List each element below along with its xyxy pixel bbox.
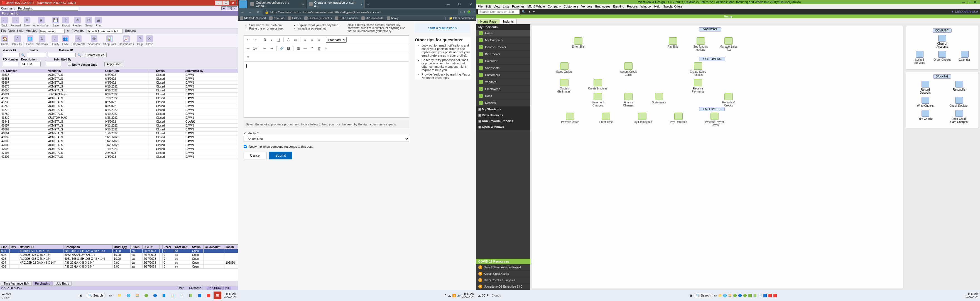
company-calendar[interactable]: Calendar [955,51,974,64]
nav-shopalerts[interactable]: ⚠ShopAlerts [72,35,85,46]
nav-shopstats[interactable]: 📊ShopStats [103,35,116,46]
table-row[interactable]: 46708ACMETALS7/20/2022ClosedDAWN [0,96,238,100]
ribbon-preview[interactable]: 👁Preview [73,17,83,27]
back-button[interactable]: ← [239,11,246,14]
table-row[interactable]: 47005ACMETALS11/22/2022ClosedDAWN [0,139,238,143]
table-row[interactable]: 46770ACMETALS8/15/2022ClosedDAWN [0,108,238,112]
table-row[interactable]: 46606ACMETALS6/26/2022ClosedDAWN [0,89,238,93]
tab-job-entry[interactable]: Job Entry [54,281,72,286]
task-chrome-icon[interactable]: 🔵 [151,291,159,299]
hr-icon[interactable]: — [302,45,308,51]
menu-customers[interactable]: Customers [563,5,578,8]
company-chart-of-accounts[interactable]: Chart of Accounts [932,35,952,48]
grid2-header[interactable]: Order Qty [113,245,130,249]
task-app-7[interactable]: 🟦 [196,291,204,299]
cancel-button[interactable]: Cancel [243,152,267,159]
flow-create-invoices[interactable]: Create Invoices [588,79,608,90]
flow-enter-bills[interactable]: Enter Bills [568,37,588,48]
minimize-button[interactable]: — [215,0,222,5]
underline-icon[interactable]: U [275,37,282,43]
task-jobboss-icon[interactable]: JB [213,291,221,299]
po-number-input[interactable] [3,62,18,66]
qb-search-input[interactable] [478,10,520,14]
flow-enter-time[interactable]: Enter Time [597,113,616,123]
table-row[interactable]: 002AL06SH .125 X 48 X 1445052-H32 ALUM S… [0,253,238,257]
edge-close[interactable]: ✕ [465,0,476,8]
menu-view[interactable]: View [494,5,500,8]
bullet-list-icon[interactable]: •≡ [245,45,251,51]
sidebar-item-bill-tracker[interactable]: Bill Tracker [476,51,530,58]
vendor-id-input[interactable] [3,53,19,57]
task-app-1[interactable]: ▭ [107,291,115,299]
grid2-header[interactable]: Due Dt [142,245,159,249]
menu-favorites[interactable]: Favorites [512,5,525,8]
banking-print-checks[interactable]: Print Checks [916,110,935,123]
sidebar-item-calendar[interactable]: Calendar [476,58,530,65]
company-items---services[interactable]: Items & Services [910,51,929,64]
grid-header[interactable]: PO Number [0,69,47,73]
nav-shopview[interactable]: 👁ShopView [88,35,100,46]
maximize-button[interactable]: ☐ [223,0,229,5]
flow-refunds---credits[interactable]: Refunds & Credits [719,93,738,107]
search-icon[interactable]: 🔍 [522,10,526,14]
menu-specialoffers[interactable]: Special Offers [663,5,682,8]
grid2-header[interactable]: Recei [162,245,174,249]
tab-purchasing[interactable]: Purchasing [33,281,53,286]
task-edge-icon[interactable]: 🌐 [723,294,727,297]
link-icon[interactable]: 🔗 [278,45,285,51]
ribbon-new[interactable]: ✳New [24,17,30,27]
task-icon[interactable]: 🟥 [768,294,772,297]
task-app-6[interactable]: 📊 [169,291,177,299]
task-app-4[interactable]: 🟢 [142,291,150,299]
close-button[interactable]: ✕ [230,0,236,5]
nav-close[interactable]: ✕Close [146,35,153,46]
grid-header[interactable]: Status [155,69,184,73]
table-row[interactable]: 47008ACMETALS11/22/2022ClosedDAWN [0,143,238,147]
promo-item[interactable]: +Order Checks & Supplies [476,277,530,283]
nav-jobboss[interactable]: JJobBOSS [11,35,24,46]
url-field[interactable]: 🔒 https://answers.microsoft.com/en-us/ne… [262,10,458,15]
weather-widget-3[interactable]: ☁ 30°F Cloudy [478,294,501,297]
menu-lists[interactable]: Lists [503,5,509,8]
bookmark-heavy[interactable]: heavy [387,16,399,20]
promo-item[interactable]: +Upgrade to QB Enterprise 23.0 [476,283,530,290]
banking-record-deposits[interactable]: Record Deposits [916,81,935,94]
start-discussion-cta[interactable]: Start a discussion > [415,23,471,33]
table-row[interactable]: 46621JORGENSENS6/29/2022ClosedDAWN [0,93,238,96]
forward-button[interactable]: → [247,11,254,14]
table-row[interactable]: 46745ACMETALS8/3/2022ClosedDAWN [0,104,238,108]
close-tab-icon[interactable]: × [361,3,363,6]
edge-minimize[interactable]: — [443,0,454,8]
table-row[interactable]: 003AL10SH .063 X 48 X 1446061-T6511 SH .… [0,257,238,261]
flow-pay-bills[interactable]: Pay Bills [663,37,682,48]
task-word-icon[interactable]: 📄 [178,291,186,299]
status-input[interactable] [27,53,46,57]
inner-restore[interactable]: ❐ [227,6,232,10]
menu-file[interactable]: File [478,5,483,8]
submit-button[interactable]: Submit [269,152,292,159]
tab-time-variance[interactable]: Time Variance Edit [1,281,32,286]
submitted-by-input[interactable] [46,62,61,66]
emoji-icon[interactable]: ☺ [245,54,251,60]
grid-header[interactable]: Submitted By [184,69,238,73]
flow-create-sales-receipts[interactable]: Create Sales Receipts [688,62,708,76]
number-list-icon[interactable]: 1≡ [252,45,258,51]
redo-icon[interactable]: ↷ [252,37,258,43]
grid2-header[interactable]: Line [0,245,10,249]
banking-enter-credit-card-charges[interactable]: Enter Credit Card Charges [950,110,969,123]
sidebar-item-employees[interactable]: Employees [476,86,530,93]
flow-sales-orders[interactable]: Sales Orders [555,62,574,73]
menu-banking[interactable]: Banking [613,5,624,8]
task-icon[interactable]: ▭ [714,294,717,297]
discover-hub[interactable]: ✦ DISCOVER HUB [951,10,978,14]
table-row[interactable]: 46555ACMETALS6/3/2022ClosedDAWN [0,77,238,81]
notify-vendor-checkbox[interactable] [68,62,71,66]
banking-check-register[interactable]: Check Register [950,97,969,107]
outdent-icon[interactable]: ⇤ [262,45,268,51]
sidebar-subheader[interactable]: ▣ Open Windows [476,124,530,130]
line-grid[interactable]: LineRevMaterial IDDescriptionOrder QtyPu… [0,245,238,281]
task-excel-icon[interactable]: 📗 [187,291,195,299]
menu-vendors[interactable]: Vendors [581,5,592,8]
table-row[interactable]: 005A36 22 GA X 48 X 144"2.00ea2/17/20230… [0,265,238,269]
table-row[interactable]: 46810CUSTOM MAC8/26/2022ClosedDAWN [0,116,238,120]
